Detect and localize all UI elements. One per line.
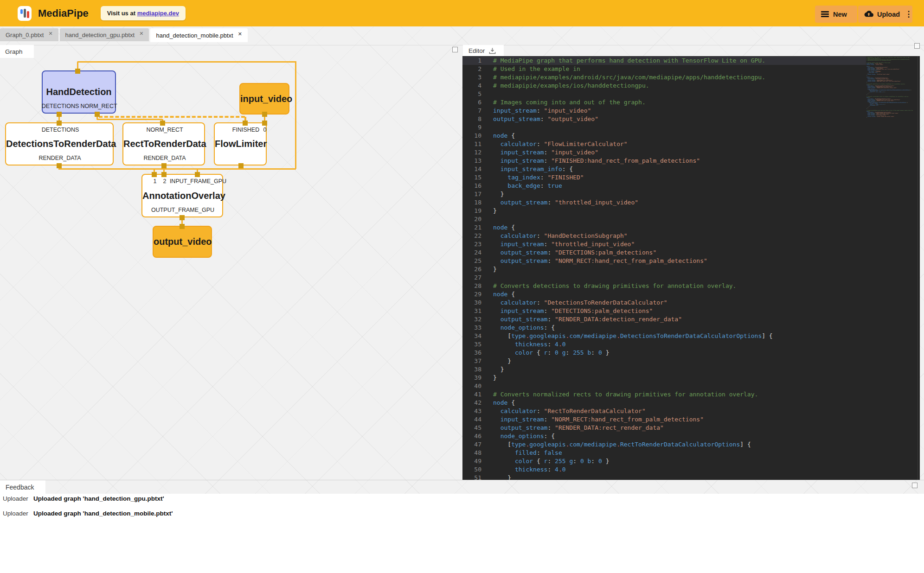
line-number: 42: [462, 399, 481, 407]
line-number: 18: [462, 198, 481, 207]
upload-button[interactable]: Upload ⋮: [858, 6, 912, 23]
line-number: 36: [462, 349, 481, 357]
more-options-icon[interactable]: ⋮: [905, 9, 912, 19]
port-label: RENDER_DATA: [38, 155, 81, 161]
line-number: 16: [462, 182, 481, 190]
file-tab[interactable]: hand_detection_gpu.pbtxt✕: [60, 28, 149, 41]
line-content: }: [493, 265, 497, 274]
line-content: # Converts detections to drawing primiti…: [493, 282, 736, 290]
line-content: output_stream: "output_video": [493, 115, 598, 123]
line-number: 3: [462, 73, 481, 82]
code-line: 1# MediaPipe graph that performs hand de…: [462, 57, 866, 65]
code-line: 23 input_stream: "throttled_input_video": [462, 240, 866, 248]
line-content: input_stream: "NORM_RECT:hand_rect_from_…: [493, 415, 704, 424]
code-line: 48 filled: false: [462, 449, 866, 457]
line-content: node {: [493, 132, 515, 140]
mediapipe-dev-link[interactable]: mediapipe.dev: [137, 10, 179, 17]
line-content: node_options: {: [493, 324, 555, 332]
line-number: 48: [462, 449, 481, 457]
rect-to-render-data-node[interactable]: NORM_RECTRectToRenderDataRENDER_DATA: [122, 122, 205, 166]
line-content: node {: [493, 223, 515, 232]
feedback-divider: [0, 480, 924, 480]
hand-detection-node[interactable]: HandDetectionDETECTIONSNORM_RECT: [42, 70, 116, 114]
minimap-line: }: [866, 117, 913, 118]
expand-feedback-panel-icon[interactable]: [912, 483, 918, 488]
code-line: 15 tag_index: "FINISHED": [462, 173, 866, 182]
code-line: 41# Converts normalized rects to drawing…: [462, 390, 866, 399]
line-content: node {: [493, 399, 515, 407]
feedback-row: UploaderUploaded graph 'hand_detection_m…: [0, 510, 924, 518]
line-number: 35: [462, 340, 481, 349]
port-connector: [57, 112, 62, 117]
port-label: 0: [263, 127, 267, 133]
code-line: 37 }: [462, 357, 866, 365]
node-title: output_video: [154, 236, 211, 247]
tab-graph[interactable]: Graph: [0, 45, 34, 58]
code-line: 7input_stream: "input_video": [462, 107, 866, 115]
editor-tab-label: Editor: [468, 47, 485, 54]
flow-limiter-node[interactable]: FINISHED0FlowLimiter: [214, 122, 267, 166]
file-tab-bar: Graph_0.pbtxt✕hand_detection_gpu.pbtxt✕h…: [0, 28, 249, 42]
line-number: 11: [462, 140, 481, 148]
code-lines[interactable]: 1# MediaPipe graph that performs hand de…: [462, 57, 866, 480]
mediapipe-logo-icon: [18, 6, 32, 21]
code-line: 49 color { r: 255 g: 0 b: 0 }: [462, 457, 866, 465]
new-button[interactable]: New: [815, 6, 857, 23]
code-line: 22 calculator: "HandDetectionSubgraph": [462, 232, 866, 240]
line-content: back_edge: true: [493, 182, 562, 190]
file-tab-label: Graph_0.pbtxt: [6, 32, 44, 38]
expand-editor-panel-icon[interactable]: [914, 43, 920, 49]
annotation-overlay-node[interactable]: 12INPUT_FRAME_GPUAnnotationOverlayOUTPUT…: [141, 174, 223, 217]
code-line: 21node {: [462, 223, 866, 232]
code-line: 46 node_options: {: [462, 432, 866, 440]
close-icon[interactable]: ✕: [48, 31, 52, 37]
line-number: 12: [462, 148, 481, 157]
expand-graph-panel-icon[interactable]: [452, 47, 458, 52]
line-content: output_stream: "NORM_RECT:hand_rect_from…: [493, 257, 707, 265]
line-number: 44: [462, 415, 481, 424]
code-line: 38 }: [462, 365, 866, 374]
port-label: OUTPUT_FRAME_GPU: [151, 207, 214, 213]
input-video-node[interactable]: input_video: [239, 83, 289, 115]
port-connector: [238, 163, 244, 168]
feedback-log: UploaderUploaded graph 'hand_detection_g…: [0, 494, 924, 573]
file-tab[interactable]: hand_detection_mobile.pbtxt✕: [150, 28, 247, 42]
line-number: 9: [462, 123, 481, 132]
code-line: 9: [462, 123, 866, 132]
line-number: 14: [462, 165, 481, 173]
tab-editor[interactable]: Editor: [463, 45, 504, 56]
line-content: # mediapipie/examples/ios/handdetectiong…: [493, 82, 649, 90]
code-line: 5: [462, 90, 866, 98]
code-line: 24 output_stream: "DETECTIONS:palm_detec…: [462, 248, 866, 257]
line-content: filled: false: [493, 449, 562, 457]
minimap-line: # Draws annotations and overlays them on…: [866, 110, 913, 111]
line-number: 25: [462, 257, 481, 265]
code-line: 11 calculator: "FlowLimiterCalculator": [462, 140, 866, 148]
minimap[interactable]: # MediaPipe graph that performs hand det…: [866, 57, 913, 478]
graph-edge: [99, 116, 245, 118]
code-line: 3# mediapipie/examples/android/src/java/…: [462, 73, 866, 82]
code-line: 14 input_stream_info: {: [462, 165, 866, 173]
port-label: NORM_RECT: [146, 127, 183, 133]
line-content: }: [493, 474, 511, 480]
line-content: input_stream: "input_video": [493, 148, 598, 157]
code-line: 19}: [462, 207, 866, 215]
output-video-node[interactable]: output_video: [153, 226, 212, 258]
tab-feedback[interactable]: Feedback: [0, 480, 45, 494]
close-icon[interactable]: ✕: [139, 31, 143, 37]
line-number: 51: [462, 474, 481, 480]
line-number: 26: [462, 265, 481, 274]
line-content: # Converts normalized rects to drawing p…: [493, 390, 758, 399]
line-number: 10: [462, 132, 481, 140]
line-number: 46: [462, 432, 481, 440]
close-icon[interactable]: ✕: [238, 31, 242, 37]
file-tab[interactable]: Graph_0.pbtxt✕: [0, 28, 58, 41]
editor-scrollbar[interactable]: [918, 56, 918, 480]
line-number: 43: [462, 407, 481, 415]
code-editor[interactable]: 1# MediaPipe graph that performs hand de…: [462, 56, 920, 480]
code-line: 47 [type.googleapis.com/mediapipe.RectTo…: [462, 440, 866, 449]
detections-to-render-data-node[interactable]: DETECTIONSDetectionsToRenderDataRENDER_D…: [5, 122, 114, 166]
code-line: 28# Converts detections to drawing primi…: [462, 282, 866, 290]
node-title: HandDetection: [43, 87, 115, 97]
download-icon[interactable]: [489, 47, 496, 54]
